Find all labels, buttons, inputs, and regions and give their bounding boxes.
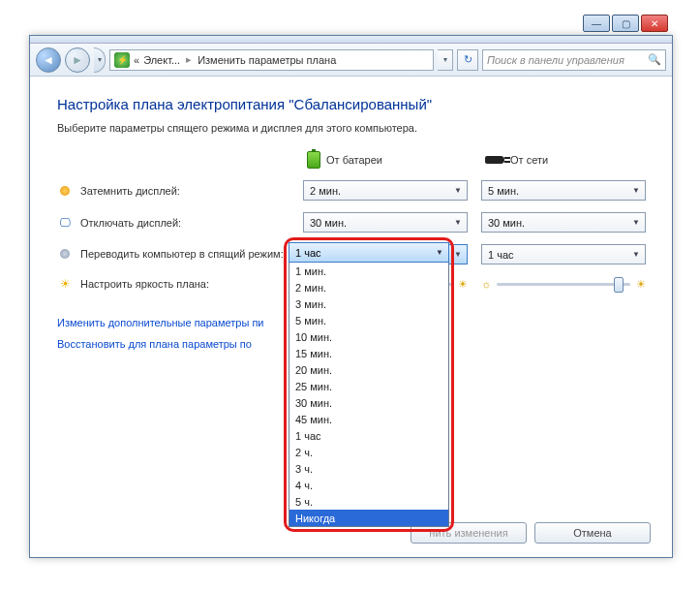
- back-button[interactable]: ◄: [36, 47, 61, 73]
- nav-history-dropdown[interactable]: ▾: [94, 47, 106, 73]
- forward-button[interactable]: ►: [65, 47, 90, 73]
- dim-battery-combo[interactable]: 2 мин.: [303, 180, 468, 201]
- control-panel-icon: [114, 52, 130, 68]
- dropdown-option[interactable]: 2 ч.: [289, 444, 448, 460]
- search-placeholder: Поиск в панели управления: [487, 54, 624, 66]
- crumb-sep-icon: ▸: [184, 53, 194, 66]
- page-title: Настройка плана электропитания "Сбаланси…: [57, 96, 645, 112]
- refresh-button[interactable]: ↻: [457, 49, 478, 71]
- crumb-2[interactable]: Изменить параметры плана: [198, 54, 336, 66]
- crumb-prefix: «: [134, 54, 139, 66]
- dropdown-option[interactable]: 25 мин.: [289, 378, 448, 394]
- address-bar: ◄ ► ▾ « Элект... ▸ Изменить параметры пл…: [30, 44, 672, 77]
- off-battery-combo[interactable]: 30 мин.: [303, 212, 468, 233]
- dropdown-option[interactable]: 4 ч.: [289, 477, 448, 493]
- column-battery: От батареи: [303, 151, 468, 169]
- row-off-label: 🖵 Отключать дисплей:: [57, 215, 289, 231]
- display-icon: 🖵: [57, 215, 73, 231]
- battery-icon: [307, 151, 320, 169]
- page-subtitle: Выберите параметры спящего режима и дисп…: [57, 122, 645, 134]
- dropdown-option[interactable]: 15 мин.: [289, 345, 448, 361]
- dropdown-option[interactable]: 30 мин.: [289, 394, 448, 411]
- row-dim-label: Затемнить дисплей:: [57, 183, 289, 199]
- sleep-plugged-combo[interactable]: 1 час: [481, 244, 646, 264]
- minimize-button[interactable]: —: [583, 15, 610, 32]
- close-button[interactable]: ✕: [641, 15, 668, 32]
- dropdown-option[interactable]: 3 ч.: [289, 460, 448, 477]
- dropdown-option[interactable]: 10 мин.: [289, 328, 448, 345]
- sun-small-icon: ☼: [481, 278, 491, 290]
- crumb-1[interactable]: Элект...: [143, 54, 180, 66]
- row-brightness-label: ☀ Настроить яркость плана:: [57, 276, 289, 292]
- maximize-button[interactable]: ▢: [612, 15, 639, 32]
- dim-icon: [57, 183, 73, 199]
- dropdown-option[interactable]: 5 ч.: [289, 493, 448, 510]
- search-icon[interactable]: 🔍: [648, 53, 661, 66]
- off-plugged-combo[interactable]: 30 мин.: [481, 212, 646, 233]
- sun-big-icon: ☀: [636, 278, 646, 291]
- dropdown-option[interactable]: 20 мин.: [289, 361, 448, 378]
- breadcrumb[interactable]: « Элект... ▸ Изменить параметры плана: [109, 49, 434, 71]
- brightness-plugged-slider[interactable]: ☼ ☀: [481, 278, 646, 291]
- sun-big-icon: ☀: [458, 278, 468, 291]
- dim-plugged-combo[interactable]: 5 мин.: [481, 180, 646, 201]
- search-input[interactable]: Поиск в панели управления 🔍: [482, 49, 666, 71]
- dropdown-option[interactable]: 45 мин.: [289, 411, 448, 427]
- titlebar: [30, 36, 672, 44]
- brightness-icon: ☀: [57, 276, 73, 292]
- dropdown-option[interactable]: 1 мин.: [289, 263, 448, 279]
- column-plugged: От сети: [481, 154, 646, 166]
- dropdown-option[interactable]: 3 мин.: [289, 296, 448, 312]
- row-sleep-label: Переводить компьютер в спящий режим:: [57, 244, 289, 262]
- plug-icon: [485, 156, 504, 164]
- dropdown-option[interactable]: 2 мин.: [289, 279, 448, 296]
- dropdown-option[interactable]: Никогда: [289, 510, 448, 526]
- address-dropdown[interactable]: ▾: [438, 49, 453, 71]
- sleep-icon: [57, 246, 73, 262]
- dropdown-option[interactable]: 1 час: [289, 427, 448, 444]
- dropdown-option[interactable]: 5 мин.: [289, 312, 448, 328]
- cancel-button[interactable]: Отмена: [534, 522, 651, 544]
- highlight-annotation: 1 час 1 мин.2 мин.3 мин.5 мин.10 мин.15 …: [284, 237, 454, 532]
- sleep-battery-combo-open[interactable]: 1 час: [289, 242, 449, 263]
- sleep-dropdown-list[interactable]: 1 мин.2 мин.3 мин.5 мин.10 мин.15 мин.20…: [289, 263, 449, 527]
